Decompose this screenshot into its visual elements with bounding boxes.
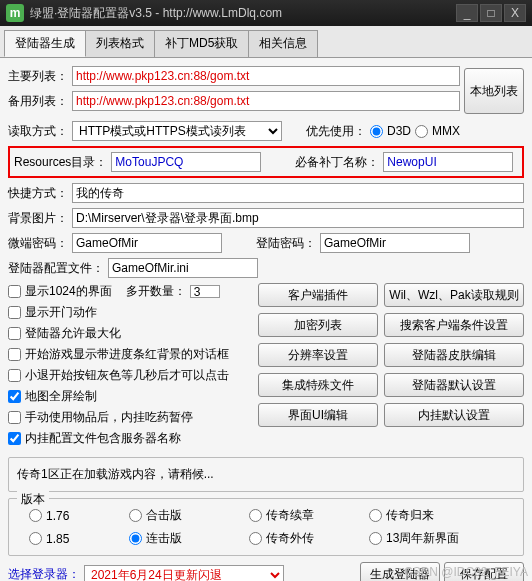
enc-list-button[interactable]: 加密列表 — [258, 313, 378, 337]
label-main-list: 主要列表： — [8, 68, 68, 85]
minimize-button[interactable]: _ — [456, 4, 478, 22]
label-shortcut: 快捷方式： — [8, 185, 68, 202]
tab-md5[interactable]: 补丁MD5获取 — [154, 30, 249, 57]
bg-image-input[interactable] — [72, 208, 524, 228]
radio-v176[interactable]: 1.76 — [29, 507, 109, 524]
label-bg-image: 背景图片： — [8, 210, 68, 227]
radio-gl[interactable]: 传奇归来 — [369, 507, 479, 524]
radio-d3d[interactable]: D3D — [370, 124, 411, 138]
chk-show1024-label: 显示1024的界面 — [25, 283, 112, 300]
label-res-dir: Resources目录： — [14, 154, 107, 171]
wil-rule-button[interactable]: Wil、Wzl、Pak读取规则 — [384, 283, 524, 307]
label-read-mode: 读取方式： — [8, 123, 68, 140]
login-pw-input[interactable] — [320, 233, 470, 253]
radio-xz[interactable]: 传奇续章 — [249, 507, 349, 524]
tab-info[interactable]: 相关信息 — [248, 30, 318, 57]
radio-lj[interactable]: 连击版 — [129, 530, 229, 547]
radio-v185[interactable]: 1.85 — [29, 530, 109, 547]
shortcut-input[interactable] — [72, 183, 524, 203]
chk-show1024[interactable] — [8, 285, 21, 298]
chk-small-exit[interactable] — [8, 369, 21, 382]
main-list-input[interactable] — [72, 66, 460, 86]
chk-start-red[interactable] — [8, 348, 21, 361]
multi-open-input[interactable] — [190, 285, 220, 298]
skin-edit-button[interactable]: 登陆器皮肤编辑 — [384, 343, 524, 367]
label-patch-name: 必备补丁名称： — [295, 154, 379, 171]
version-legend: 版本 — [17, 491, 49, 508]
micro-pw-input[interactable] — [72, 233, 222, 253]
label-micro-pw: 微端密码： — [8, 235, 68, 252]
radio-wz[interactable]: 传奇外传 — [249, 530, 349, 547]
read-mode-select[interactable]: HTTP模式或HTTPS模式读列表 — [72, 121, 282, 141]
ng-def-button[interactable]: 内挂默认设置 — [384, 403, 524, 427]
app-logo: m — [6, 4, 24, 22]
watermark: CSDN @IDC02_FEIYA — [404, 565, 528, 579]
tab-generator[interactable]: 登陆器生成 — [4, 30, 86, 57]
highlighted-fields: Resources目录： 必备补丁名称： — [8, 146, 524, 178]
local-list-button[interactable]: 本地列表 — [464, 68, 524, 114]
client-plugin-button[interactable]: 客户端插件 — [258, 283, 378, 307]
label-cfg-file: 登陆器配置文件： — [8, 260, 104, 277]
status-text: 传奇1区正在加载游戏内容，请稍候... — [17, 467, 214, 481]
label-select-login: 选择登录器： — [8, 566, 80, 581]
maximize-button[interactable]: □ — [480, 4, 502, 22]
sp-file-button[interactable]: 集成特殊文件 — [258, 373, 378, 397]
radio-hs[interactable]: 合击版 — [129, 507, 229, 524]
radio-mmx[interactable]: MMX — [415, 124, 460, 138]
def-set-button[interactable]: 登陆器默认设置 — [384, 373, 524, 397]
chk-ng-cfg[interactable] — [8, 432, 21, 445]
window-title: 绿盟·登陆器配置器v3.5 - http://www.LmDlq.com — [30, 5, 454, 22]
patch-name-input[interactable] — [383, 152, 513, 172]
search-cond-button[interactable]: 搜索客户端条件设置 — [384, 313, 524, 337]
label-login-pw: 登陆密码： — [256, 235, 316, 252]
select-login-select[interactable]: 2021年6月24日更新闪退 — [84, 565, 284, 582]
backup-list-input[interactable] — [72, 91, 460, 111]
close-button[interactable]: X — [504, 4, 526, 22]
chk-hand-item[interactable] — [8, 411, 21, 424]
res-dir-input[interactable] — [111, 152, 261, 172]
tab-list-format[interactable]: 列表格式 — [85, 30, 155, 57]
chk-show-action[interactable] — [8, 306, 21, 319]
cfg-file-input[interactable] — [108, 258, 258, 278]
res-set-button[interactable]: 分辨率设置 — [258, 343, 378, 367]
chk-allow-max[interactable] — [8, 327, 21, 340]
chk-fullscreen[interactable] — [8, 390, 21, 403]
ui-edit-button[interactable]: 界面UI编辑 — [258, 403, 378, 427]
label-multi-open: 多开数量： — [126, 283, 186, 300]
label-backup-list: 备用列表： — [8, 93, 68, 110]
label-prefer: 优先使用： — [306, 123, 366, 140]
radio-anniv[interactable]: 13周年新界面 — [369, 530, 479, 547]
